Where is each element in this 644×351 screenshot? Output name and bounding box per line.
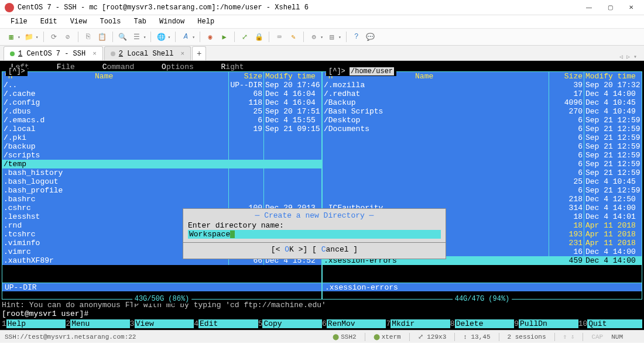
tab-close-icon[interactable]: × <box>180 50 184 57</box>
menu-view[interactable]: View <box>64 16 93 27</box>
tab-label: 1 CentOS 7 - SSH <box>18 50 85 58</box>
mc-menu: Left File Command Options Right <box>2 63 642 71</box>
file-row[interactable]: 6Sep 21 12:59 <box>323 160 642 168</box>
file-row[interactable]: /.dbus25Sep 20 17:51 <box>2 107 321 116</box>
file-row[interactable]: .bash_profile <box>2 186 321 195</box>
fkey-menu[interactable]: 2Menu <box>66 319 129 328</box>
create-directory-dialog: ─ Create a new Directory ─ Enter directo… <box>183 208 446 259</box>
file-row[interactable]: /scripts <box>2 151 321 160</box>
fkey-pulldn[interactable]: 9PullDn <box>514 319 578 328</box>
copy-icon[interactable]: ⎘ <box>82 30 95 43</box>
fkey-copy[interactable]: 5Copy <box>258 319 322 328</box>
tunnel-icon[interactable]: ⚙ <box>307 30 320 43</box>
fkey-edit[interactable]: 4Edit <box>194 319 258 328</box>
menu-tab[interactable]: Tab <box>128 16 152 27</box>
layout-icon[interactable]: ▤ <box>326 30 338 43</box>
file-row[interactable]: /.redhat17Dec 4 14:00 <box>323 90 642 98</box>
fkey-delete[interactable]: 8Delete <box>450 319 514 328</box>
file-row[interactable]: /.cache68Dec 4 16:04 <box>2 90 321 98</box>
file-row[interactable]: /Bash Scripts270Dec 4 10:49 <box>323 107 642 116</box>
status-size: ⤢ 129x3 <box>418 333 447 340</box>
menu-help[interactable]: Help <box>191 16 220 27</box>
cancel-button[interactable]: [ Cancel ] <box>312 245 358 254</box>
fkey-quit[interactable]: 10Quit <box>578 319 642 328</box>
file-row[interactable]: /Documents6Sep 21 12:59 <box>323 125 642 133</box>
maximize-button[interactable]: ▢ <box>600 1 621 15</box>
help-icon[interactable]: ? <box>350 30 363 43</box>
fullscreen-icon[interactable]: ⤢ <box>238 30 251 43</box>
shell-prompt[interactable]: [root@mysvr1 user]# <box>2 309 642 318</box>
menu-bar: File Edit View Tools Tab Window Help <box>0 15 644 28</box>
file-row[interactable]: 218Dec 4 12:50 <box>323 195 642 204</box>
file-row[interactable]: 6Sep 21 12:59 <box>323 168 642 177</box>
file-row[interactable]: /.pki <box>2 133 321 142</box>
fkey-view[interactable]: 3View <box>130 319 194 328</box>
file-row[interactable]: /.emacs.d6Dec 4 15:55 <box>2 116 321 125</box>
tab-session-1[interactable]: 1 CentOS 7 - SSH × <box>4 46 103 60</box>
mc-right-panel[interactable]: [^]> /home/user 'n Name Size Modify time… <box>322 71 642 300</box>
fkey-help[interactable]: 1Help <box>2 319 66 328</box>
reconnect-icon[interactable]: ⟳ <box>47 30 60 43</box>
session-tabs: 1 CentOS 7 - SSH × 2 Local Shell × + ◁ ▷… <box>0 46 644 61</box>
file-row[interactable]: 6Sep 21 12:59 <box>323 186 642 195</box>
tab-close-icon[interactable]: × <box>93 50 97 57</box>
menu-file[interactable]: File <box>5 16 33 27</box>
panel-size: 43G/50G (86%) <box>132 295 192 304</box>
terminal[interactable]: Left File Command Options Right [^]> 'n … <box>0 61 644 330</box>
file-row[interactable]: 6Sep 21 12:59 <box>323 142 642 151</box>
keyboard-icon[interactable]: ⌨ <box>273 30 286 43</box>
fkey-renmov[interactable]: 6RenMov <box>322 319 386 328</box>
mc-left-panel[interactable]: [^]> 'n Name Size Modify time /..UP--DIR… <box>2 71 322 300</box>
highlight-icon[interactable]: ✎ <box>287 30 300 43</box>
file-row[interactable]: .bash_logout <box>2 177 321 186</box>
tab-label: 2 Local Shell <box>119 50 174 58</box>
menu-tools[interactable]: Tools <box>94 16 126 27</box>
file-row[interactable]: /Desktop6Sep 21 12:59 <box>323 116 642 125</box>
status-bar: SSH://test@mysvr1.netsarang.com:22 ⬤SSH2… <box>0 330 644 343</box>
globe-icon[interactable]: 🌐 <box>155 30 167 43</box>
status-dot-icon <box>111 51 115 56</box>
file-row[interactable]: /.mozilla39Sep 20 17:32 <box>323 81 642 90</box>
menu-window[interactable]: Window <box>153 16 190 27</box>
dialog-message: Enter directory name: <box>188 221 441 230</box>
tab-session-2[interactable]: 2 Local Shell × <box>104 46 191 60</box>
status-cursor: ↕ 13,45 <box>463 333 490 340</box>
record-icon[interactable]: ◉ <box>204 30 217 43</box>
file-row[interactable]: /temp <box>2 160 321 168</box>
file-row[interactable]: .bash_history <box>2 168 321 177</box>
tab-add-button[interactable]: + <box>192 46 206 60</box>
directory-name-input[interactable]: Workspace <box>188 230 441 239</box>
open-folder-icon[interactable]: 📁 <box>23 30 36 43</box>
file-row[interactable]: /..UP--DIRSep 20 17:46 <box>2 81 321 90</box>
file-row[interactable]: /.config118Dec 4 16:04 <box>2 98 321 107</box>
ok-button[interactable]: [< OK >] <box>271 245 307 254</box>
file-row[interactable]: /.local19Sep 21 09:15 <box>2 125 321 133</box>
file-row[interactable]: 6Sep 21 12:59 <box>323 133 642 142</box>
tab-nav[interactable]: ◁ ▷ ▾ <box>619 53 640 60</box>
status-cap: CAP <box>591 333 603 340</box>
lock-icon[interactable]: 🔒 <box>252 30 265 43</box>
feedback-icon[interactable]: 💬 <box>364 30 377 43</box>
panel-header: 'n Name Size Modify time <box>2 72 321 81</box>
panel-footer: UP--DIR <box>2 283 321 291</box>
file-row[interactable]: /backup <box>2 142 321 151</box>
font-icon[interactable]: A <box>179 30 192 43</box>
search-icon[interactable]: 🔍 <box>117 30 129 43</box>
status-connection: SSH://test@mysvr1.netsarang.com:22 <box>5 333 136 340</box>
hint-line: Hint: You can do anonymous FTP with mc b… <box>2 301 642 309</box>
status-sessions: 2 sessions <box>508 333 546 340</box>
minimize-button[interactable]: — <box>578 1 600 15</box>
properties-icon[interactable]: ☰ <box>131 30 143 43</box>
paste-icon[interactable]: 📋 <box>96 30 109 43</box>
disconnect-icon[interactable]: ⊘ <box>61 30 74 43</box>
panel-footer: .xsession-errors <box>323 283 642 291</box>
new-session-icon[interactable]: ▦ <box>5 30 18 43</box>
play-icon[interactable]: ▶ <box>218 30 231 43</box>
close-button[interactable]: ✕ <box>621 1 642 15</box>
file-row[interactable]: 6Sep 21 12:59 <box>323 151 642 160</box>
file-row[interactable]: .bashrc <box>2 195 321 204</box>
fkey-mkdir[interactable]: 7Mkdir <box>386 319 450 328</box>
menu-edit[interactable]: Edit <box>35 16 63 27</box>
file-row[interactable]: /Backup4096Dec 4 10:45 <box>323 98 642 107</box>
file-row[interactable]: 25Dec 4 10:45 <box>323 177 642 186</box>
